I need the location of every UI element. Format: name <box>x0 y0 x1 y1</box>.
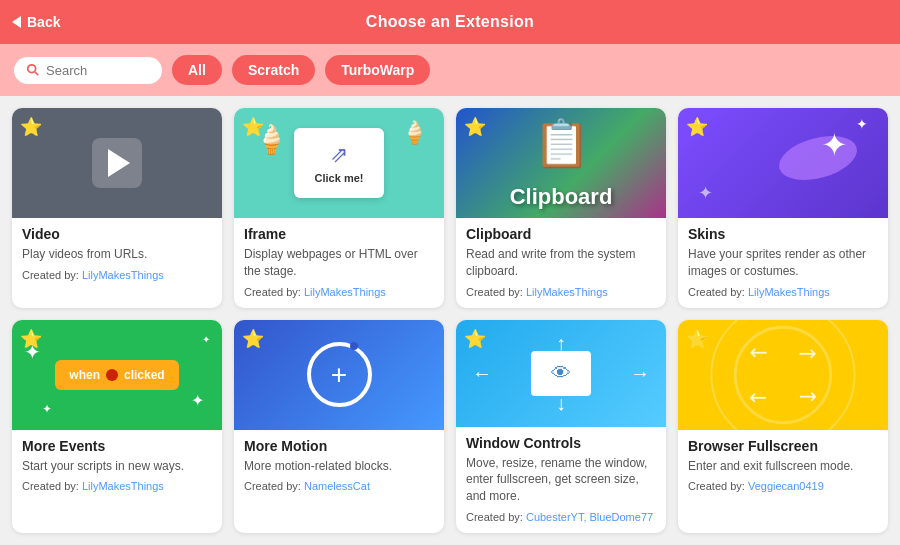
back-button[interactable]: Back <box>12 14 60 30</box>
card-desc: Move, resize, rename the window, enter f… <box>466 455 656 505</box>
filter-all-button[interactable]: All <box>172 55 222 85</box>
motion-notch <box>350 342 358 350</box>
extension-card-events[interactable]: ⭐ ✦ ✦ ✦ ✦ when clicked More Events Start… <box>12 320 222 533</box>
creator-link[interactable]: LilyMakesThings <box>82 269 164 281</box>
creator-link[interactable]: LilyMakesThings <box>526 286 608 298</box>
skins-decoration: ✦ <box>821 126 848 164</box>
arrow-right-icon: → <box>630 362 650 385</box>
card-title: More Events <box>22 438 212 454</box>
star-badge: ⭐ <box>20 116 42 138</box>
card-body-skins: Skins Have your sprites render as other … <box>678 218 888 308</box>
sparkle4: ✦ <box>42 402 52 416</box>
card-body-events: More Events Start your scripts in new wa… <box>12 430 222 533</box>
card-desc: More motion-related blocks. <box>244 458 434 475</box>
play-triangle-icon <box>108 149 130 177</box>
red-dot-icon <box>106 369 118 381</box>
card-image-iframe: ⭐ 🍦 ⇗ Click me! 🍦 <box>234 108 444 218</box>
card-image-fullscreen: ⭐ ↖ ↗ ↙ ↘ <box>678 320 888 430</box>
card-body-motion: More Motion More motion-related blocks. … <box>234 430 444 533</box>
clipboard-icon: 📋 <box>533 116 590 170</box>
extension-card-motion[interactable]: ⭐ + More Motion More motion-related bloc… <box>234 320 444 533</box>
card-creator: Created by: Veggiecan0419 <box>688 480 878 492</box>
creator-link[interactable]: LilyMakesThings <box>82 480 164 492</box>
card-image-clipboard: ⭐ 📋 Clipboard <box>456 108 666 218</box>
card-title: Clipboard <box>466 226 656 242</box>
card-image-events: ⭐ ✦ ✦ ✦ ✦ when clicked <box>12 320 222 430</box>
card-desc: Start your scripts in new ways. <box>22 458 212 475</box>
card-creator: Created by: LilyMakesThings <box>244 286 434 298</box>
card-desc: Display webpages or HTML over the stage. <box>244 246 434 280</box>
card-title: Video <box>22 226 212 242</box>
filter-scratch-button[interactable]: Scratch <box>232 55 315 85</box>
creator-link[interactable]: LilyMakesThings <box>748 286 830 298</box>
card-image-video: ⭐ <box>12 108 222 218</box>
motion-circle-icon: + <box>307 342 372 407</box>
when-text: when <box>69 368 100 382</box>
extension-card-fullscreen[interactable]: ⭐ ↖ ↗ ↙ ↘ Browser Fullscreen Enter and e… <box>678 320 888 533</box>
clicked-text: clicked <box>124 368 165 382</box>
card-image-window: ⭐ ↑ ← 👁 → ↓ <box>456 320 666 427</box>
extension-card-window[interactable]: ⭐ ↑ ← 👁 → ↓ Window Controls Move, resize… <box>456 320 666 533</box>
card-body-iframe: Iframe Display webpages or HTML over the… <box>234 218 444 308</box>
sparkle3: ✦ <box>202 334 210 345</box>
star-badge: ⭐ <box>464 328 486 350</box>
card-title: Skins <box>688 226 878 242</box>
extension-card-clipboard[interactable]: ⭐ 📋 Clipboard Clipboard Read and write f… <box>456 108 666 308</box>
card-title: Window Controls <box>466 435 656 451</box>
card-desc: Enter and exit fullscreen mode. <box>688 458 878 475</box>
motion-plus-icon: + <box>331 359 347 391</box>
search-input[interactable] <box>46 63 146 78</box>
card-creator: Created by: LilyMakesThings <box>688 286 878 298</box>
creator-link[interactable]: LilyMakesThings <box>304 286 386 298</box>
creator-link[interactable]: NamelessCat <box>304 480 370 492</box>
extension-card-iframe[interactable]: ⭐ 🍦 ⇗ Click me! 🍦 Iframe Display webpage… <box>234 108 444 308</box>
card-desc: Read and write from the system clipboard… <box>466 246 656 280</box>
star-badge: ⭐ <box>464 116 486 138</box>
when-clicked-block: when clicked <box>55 360 178 390</box>
window-inner-icon: 👁 <box>551 362 571 385</box>
filter-bar: All Scratch TurboWarp <box>0 44 900 96</box>
filter-turbowarp-button[interactable]: TurboWarp <box>325 55 430 85</box>
search-box[interactable] <box>14 57 162 84</box>
iframe-share-box: ⇗ Click me! <box>294 128 384 198</box>
svg-point-0 <box>28 65 36 73</box>
star-badge: ⭐ <box>242 328 264 350</box>
card-image-skins: ⭐ ✦ ✦ ✦ <box>678 108 888 218</box>
click-me-label: Click me! <box>315 172 364 184</box>
card-body-video: Video Play videos from URLs. Created by:… <box>12 218 222 308</box>
card-title: More Motion <box>244 438 434 454</box>
svg-line-1 <box>35 72 39 76</box>
extensions-grid: ⭐ Video Play videos from URLs. Created b… <box>0 96 900 545</box>
fullscreen-arrows: ↖ ↗ ↙ ↘ <box>743 340 823 410</box>
share-icon: ⇗ <box>330 142 348 168</box>
skins-sparkle: ✦ <box>856 116 868 132</box>
card-body-clipboard: Clipboard Read and write from the system… <box>456 218 666 308</box>
creator-link[interactable]: Veggiecan0419 <box>748 480 824 492</box>
skins-blob <box>774 128 862 187</box>
card-desc: Have your sprites render as other images… <box>688 246 878 280</box>
card-creator: Created by: CubesterYT, BlueDome77 <box>466 511 656 523</box>
star-badge: ⭐ <box>242 116 264 138</box>
card-body-fullscreen: Browser Fullscreen Enter and exit fullsc… <box>678 430 888 533</box>
arrow-left-icon: ← <box>472 362 492 385</box>
extension-card-skins[interactable]: ⭐ ✦ ✦ ✦ Skins Have your sprites render a… <box>678 108 888 308</box>
card-desc: Play videos from URLs. <box>22 246 212 263</box>
star-badge: ⭐ <box>686 328 708 350</box>
extension-card-video[interactable]: ⭐ Video Play videos from URLs. Created b… <box>12 108 222 308</box>
card-creator: Created by: LilyMakesThings <box>466 286 656 298</box>
header: Back Choose an Extension <box>0 0 900 44</box>
card-body-window: Window Controls Move, resize, rename the… <box>456 427 666 533</box>
card-creator: Created by: NamelessCat <box>244 480 434 492</box>
card-creator: Created by: LilyMakesThings <box>22 480 212 492</box>
star-badge: ⭐ <box>686 116 708 138</box>
creator-link[interactable]: CubesterYT, BlueDome77 <box>526 511 653 523</box>
clipboard-label: Clipboard <box>456 184 666 210</box>
play-icon <box>92 138 142 188</box>
card-image-motion: ⭐ + <box>234 320 444 430</box>
skins-sparkle2: ✦ <box>698 182 713 204</box>
ice-cream-right-icon: 🍦 <box>401 120 428 146</box>
card-creator: Created by: LilyMakesThings <box>22 269 212 281</box>
window-box-icon: 👁 <box>531 351 591 396</box>
sparkle2: ✦ <box>191 391 204 410</box>
page-title: Choose an Extension <box>366 13 534 31</box>
